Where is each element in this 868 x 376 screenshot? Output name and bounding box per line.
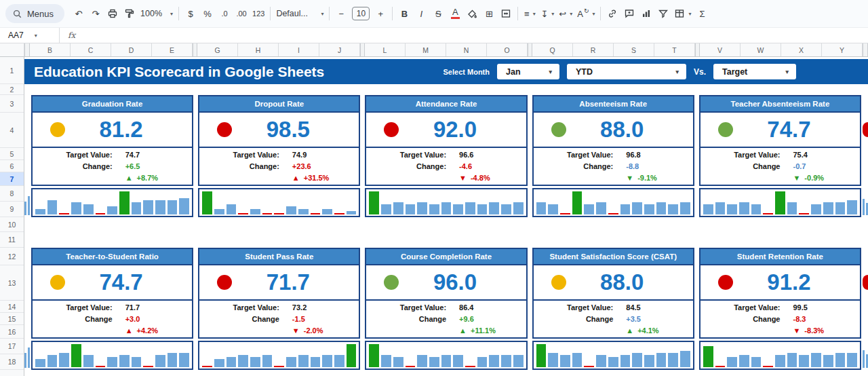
kpi-card[interactable]: Absenteeism Rate 88.0 Target Value: 96.8… <box>532 95 694 217</box>
kpi-card[interactable]: Teacher Absenteeism Rate 74.7 Target Val… <box>699 95 861 217</box>
kpi-sparkline-chart[interactable] <box>198 188 360 217</box>
row-header-13[interactable]: 13 <box>0 265 24 301</box>
kpi-card[interactable]: Student Retention Rate 91.2 Target Value… <box>699 248 861 370</box>
target-value: 86.4 <box>451 303 526 312</box>
row-header-14[interactable]: 14 <box>0 301 24 313</box>
functions-button[interactable]: Σ <box>694 5 710 22</box>
row-header-11[interactable]: 11 <box>0 232 24 248</box>
number-format-button[interactable]: 123 <box>250 5 267 22</box>
name-box[interactable]: AA7 ▾ <box>0 28 60 43</box>
text-color-button[interactable]: A <box>447 5 463 22</box>
column-header-R[interactable]: R <box>573 43 614 56</box>
fill-color-button[interactable] <box>464 5 480 22</box>
zoom-select[interactable]: 100% ▾ <box>138 5 175 22</box>
text-wrap-button[interactable]: ↩ ▾ <box>557 5 574 22</box>
bold-button[interactable]: B <box>396 5 412 22</box>
undo-button[interactable]: ↶ <box>71 5 87 22</box>
row-header-5[interactable]: 5 <box>0 148 24 160</box>
status-indicator-icon <box>384 275 399 290</box>
column-header-V[interactable]: V <box>700 43 741 56</box>
strikethrough-button[interactable]: S <box>430 5 446 22</box>
column-header-M[interactable]: M <box>406 43 446 56</box>
kpi-card[interactable]: Student Satisfaction Score (CSAT) 88.0 T… <box>532 248 694 370</box>
month-dropdown[interactable]: Jan ▼ <box>497 64 559 79</box>
row-header-18[interactable]: 18 <box>0 354 24 370</box>
italic-button[interactable]: I <box>413 5 429 22</box>
kpi-sparkline-chart[interactable] <box>699 188 861 217</box>
column-header-Q[interactable]: Q <box>532 43 573 56</box>
column-header-L[interactable]: L <box>365 43 406 56</box>
kpi-sparkline-chart[interactable] <box>365 188 527 217</box>
vertical-align-button[interactable]: ↧ ▾ <box>538 5 556 22</box>
compare-dropdown[interactable]: Target ▼ <box>713 64 796 79</box>
column-header-W[interactable]: W <box>741 43 781 56</box>
decrease-decimal-button[interactable]: .0 <box>216 5 233 22</box>
kpi-value: 74.7 <box>99 269 142 295</box>
kpi-sparkline-chart[interactable] <box>31 188 193 217</box>
column-header-J[interactable]: J <box>319 43 360 56</box>
kpi-card[interactable]: Student Pass Rate 71.7 Target Value: 73.… <box>198 248 360 370</box>
select-all-corner[interactable] <box>0 43 24 56</box>
kpi-sparkline-chart[interactable] <box>31 341 193 370</box>
increase-decimal-button[interactable]: .00 <box>233 5 250 22</box>
insert-link-button[interactable] <box>604 5 620 22</box>
kpi-sparkline-chart[interactable] <box>365 341 527 370</box>
row-header-7[interactable]: 7 <box>0 172 24 186</box>
insert-chart-button[interactable] <box>638 5 654 22</box>
kpi-card[interactable]: Dropout Rate 98.5 Target Value: 74.9 Cha… <box>198 95 360 217</box>
formula-input[interactable] <box>75 28 868 43</box>
column-header-I[interactable]: I <box>279 43 319 56</box>
column-header-C[interactable]: C <box>71 43 111 56</box>
row-header-17[interactable]: 17 <box>0 339 24 354</box>
kpi-card[interactable]: Attendance Rate 92.0 Target Value: 96.6 … <box>365 95 527 217</box>
column-header-B[interactable]: B <box>30 43 71 56</box>
font-select[interactable]: Defaul... ▾ <box>274 5 326 22</box>
row-header-3[interactable]: 3 <box>0 95 24 113</box>
merge-cells-button[interactable] <box>498 5 514 22</box>
create-filter-button[interactable] <box>655 5 671 22</box>
row-header-12[interactable]: 12 <box>0 248 24 265</box>
print-button[interactable] <box>104 5 121 22</box>
insert-comment-button[interactable] <box>621 5 637 22</box>
kpi-sparkline-chart[interactable] <box>699 341 861 370</box>
column-header-H[interactable]: H <box>238 43 279 56</box>
kpi-card[interactable]: Course Completion Rate 96.0 Target Value… <box>365 248 527 370</box>
redo-button[interactable]: ↷ <box>87 5 104 22</box>
row-header-6[interactable]: 6 <box>0 160 24 172</box>
row-header-8[interactable]: 8 <box>0 186 24 202</box>
column-header-X[interactable]: X <box>781 43 822 56</box>
column-header-D[interactable]: D <box>111 43 152 56</box>
horizontal-align-button[interactable]: ≡ ▾ <box>521 5 538 22</box>
sheet-canvas[interactable]: Education KPI Scorecard in Google Sheets… <box>24 57 868 376</box>
decrease-font-size-button[interactable]: − <box>333 5 349 22</box>
table-view-button[interactable]: ▾ <box>672 5 693 22</box>
column-header-Y[interactable]: Y <box>822 43 863 56</box>
kpi-sparkline-chart[interactable] <box>198 341 360 370</box>
paint-format-button[interactable] <box>121 5 138 22</box>
column-header-S[interactable]: S <box>614 43 654 56</box>
font-size-input[interactable]: 10 <box>352 7 370 20</box>
row-header-15[interactable]: 15 <box>0 313 24 325</box>
column-header-G[interactable]: G <box>197 43 238 56</box>
kpi-sparkline-chart[interactable] <box>532 188 694 217</box>
row-header-9[interactable]: 9 <box>0 202 24 217</box>
borders-button[interactable]: ⊞ <box>481 5 497 22</box>
increase-font-size-button[interactable]: + <box>372 5 389 22</box>
row-header-16[interactable]: 16 <box>0 325 24 339</box>
column-header-O[interactable]: O <box>487 43 528 56</box>
format-currency-button[interactable]: $ <box>182 5 199 22</box>
kpi-card[interactable]: Teacher-to-Student Ratio 74.7 Target Val… <box>31 248 193 370</box>
column-header-E[interactable]: E <box>152 43 193 56</box>
kpi-card[interactable]: Graduation Rate 81.2 Target Value: 74.7 … <box>31 95 193 217</box>
kpi-sparkline-chart[interactable] <box>532 341 694 370</box>
format-percent-button[interactable]: % <box>199 5 216 22</box>
row-header-1[interactable]: 1 <box>0 57 24 84</box>
column-header-T[interactable]: T <box>654 43 695 56</box>
row-header-2[interactable]: 2 <box>0 84 24 95</box>
column-header-N[interactable]: N <box>446 43 487 56</box>
text-rotation-button[interactable]: A↻ ▾ <box>575 5 597 22</box>
row-header-4[interactable]: 4 <box>0 113 24 148</box>
row-header-10[interactable]: 10 <box>0 217 24 232</box>
period-dropdown[interactable]: YTD ▼ <box>567 64 686 79</box>
menus-button[interactable]: Menus <box>5 4 64 23</box>
